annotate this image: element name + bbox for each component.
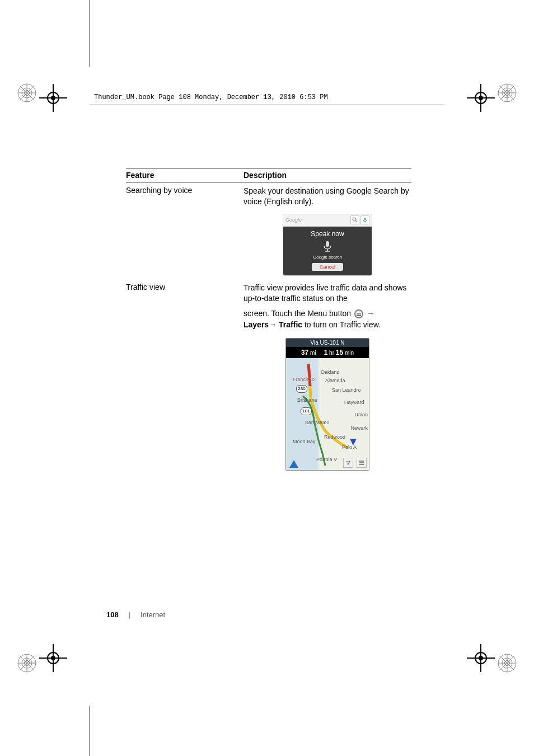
search-icon xyxy=(350,215,359,224)
map-label: San Leandro xyxy=(332,387,361,393)
section-name: Internet xyxy=(140,611,165,619)
destination-pin-icon xyxy=(350,439,357,445)
map-label: Union xyxy=(354,412,368,417)
map-label: Francisco xyxy=(293,377,315,382)
highway-shield: 280 xyxy=(296,385,307,393)
crop-mark xyxy=(39,644,67,672)
table-header-feature: Feature xyxy=(126,171,243,180)
feature-description: Layers→ Traffic to turn on Traffic view. xyxy=(243,320,411,330)
highway-shield: 101 xyxy=(301,407,312,415)
mic-icon xyxy=(360,215,369,224)
feature-name: Traffic view xyxy=(126,283,243,471)
desc-text: Traffic view provides live traffic data … xyxy=(243,283,407,303)
traffic-map-screenshot: Via US-101 N 37 mi 1 hr 15 min Oakland xyxy=(285,338,369,471)
map-label: Redwood xyxy=(324,434,345,440)
mic-icon-large xyxy=(321,240,334,252)
svg-point-27 xyxy=(51,96,55,100)
arrow-text: → xyxy=(269,320,279,329)
svg-point-49 xyxy=(348,463,349,465)
route-name: Via US-101 N xyxy=(286,339,369,347)
svg-point-47 xyxy=(346,461,348,463)
voice-subtitle: Google search xyxy=(283,255,372,260)
svg-point-48 xyxy=(349,461,350,463)
print-registration-mark xyxy=(17,83,37,103)
crop-line xyxy=(90,0,90,67)
minutes-unit: min xyxy=(343,350,354,356)
map-label: Portola V xyxy=(316,457,337,462)
svg-line-41 xyxy=(355,220,357,222)
navigation-arrow-icon xyxy=(289,460,298,468)
desc-text: to turn on Traffic view. xyxy=(302,320,381,329)
list-button[interactable] xyxy=(357,458,367,468)
print-registration-mark xyxy=(497,83,517,103)
map-label: Newark xyxy=(350,425,368,431)
map-label: Hayward xyxy=(344,400,364,405)
svg-point-39 xyxy=(479,656,483,660)
layers-label: Layers xyxy=(243,320,269,329)
map-label: Moon Bay xyxy=(293,439,316,444)
miles-value: 37 xyxy=(301,349,308,356)
speak-now-label: Speak now xyxy=(283,230,372,238)
feature-description: Traffic view provides live traffic data … xyxy=(243,283,411,304)
page-number: 108 xyxy=(106,611,119,619)
feature-description: Speak your destination using Google Sear… xyxy=(243,186,411,207)
map-label: San Mateo xyxy=(305,420,330,425)
minutes-value: 15 xyxy=(336,349,343,356)
route-stats: 37 mi 1 hr 15 min xyxy=(286,347,369,358)
map-label: Oakland xyxy=(321,369,340,375)
running-header: Thunder_UM.book Page 108 Monday, Decembe… xyxy=(94,93,328,101)
table-header-description: Description xyxy=(243,171,411,180)
crop-mark xyxy=(467,84,495,112)
page-content: Feature Description Searching by voice S… xyxy=(126,168,411,474)
table-header-row: Feature Description xyxy=(126,168,411,182)
table-row: Traffic view Traffic view provides live … xyxy=(126,279,411,475)
print-registration-mark xyxy=(17,653,37,673)
print-registration-mark xyxy=(497,653,517,673)
crop-mark xyxy=(467,644,495,672)
traffic-label: Traffic xyxy=(279,320,302,329)
map-canvas: Oakland Alameda Francisco San Leandro Ha… xyxy=(286,358,369,470)
map-label: Brisbane xyxy=(297,397,317,403)
layers-button[interactable] xyxy=(343,458,353,468)
feature-description: screen. Touch the Menu button → xyxy=(243,308,411,319)
voice-popup: Speak now Google search Cancel xyxy=(283,227,372,275)
crop-mark xyxy=(39,84,67,112)
search-placeholder: Google xyxy=(285,217,350,223)
miles-unit: mi xyxy=(308,350,316,356)
hours-unit: hr xyxy=(327,350,335,356)
menu-icon xyxy=(354,309,363,318)
desc-text: screen. Touch the Menu button xyxy=(243,309,353,318)
arrow-text: → xyxy=(367,309,374,318)
svg-point-31 xyxy=(479,96,483,100)
svg-point-40 xyxy=(353,218,356,221)
table-row: Searching by voice Speak your destinatio… xyxy=(126,182,411,279)
page-footer: 108 | Internet xyxy=(106,611,165,619)
footer-separator: | xyxy=(129,611,130,619)
cancel-button[interactable]: Cancel xyxy=(312,263,343,271)
feature-name: Searching by voice xyxy=(126,186,243,276)
search-bar: Google xyxy=(283,214,372,227)
svg-rect-42 xyxy=(364,218,366,220)
header-rule xyxy=(90,104,444,105)
svg-rect-44 xyxy=(326,241,329,247)
map-label: Alameda xyxy=(325,378,345,383)
svg-point-35 xyxy=(51,656,55,660)
crop-line xyxy=(90,706,90,756)
feature-table: Feature Description Searching by voice S… xyxy=(126,168,411,474)
voice-search-screenshot: Google Speak now xyxy=(283,214,372,276)
